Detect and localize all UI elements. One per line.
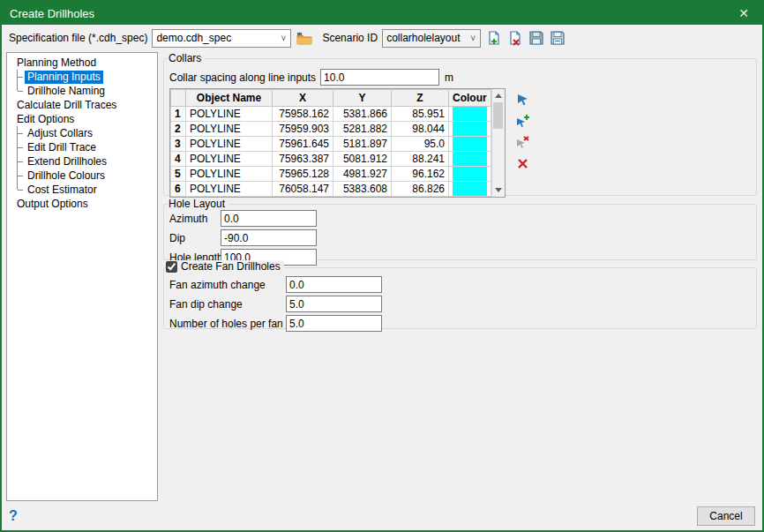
fan-checkbox-row: Create Fan Drillholes xyxy=(166,260,284,273)
y-header[interactable]: Y xyxy=(333,90,392,107)
navigation-tree: Planning Method Planning Inputs Drillhol… xyxy=(6,52,158,501)
colour-swatch[interactable] xyxy=(449,107,491,122)
cancel-button[interactable]: Cancel xyxy=(697,506,755,526)
create-fan-label: Create Fan Drillholes xyxy=(181,260,281,273)
x-header[interactable]: X xyxy=(273,90,333,107)
settings-panel: Collars Collar spacing along line inputs… xyxy=(163,52,757,501)
fan-azimuth-change-label: Fan azimuth change xyxy=(169,279,286,291)
table-row[interactable]: 5 POLYLINE 75965.128 4981.927 96.162 xyxy=(171,167,491,182)
dip-label: Dip xyxy=(169,232,221,244)
collars-group-title: Collars xyxy=(168,52,205,64)
table-tool-buttons xyxy=(516,88,530,198)
tree-item-planning-method[interactable]: Planning Method xyxy=(9,56,155,70)
table-row[interactable]: 4 POLYLINE 75963.387 5081.912 88.241 xyxy=(171,152,491,167)
delete-rows-button[interactable] xyxy=(516,156,530,170)
dip-input[interactable] xyxy=(221,229,317,246)
collars-table[interactable]: Object Name X Y Z Colour 1 POLYLINE 7595… xyxy=(170,89,491,197)
table-row[interactable]: 6 POLYLINE 76058.147 5383.608 86.826 xyxy=(171,182,491,197)
tree-item-extend-drillholes[interactable]: Extend Drillholes xyxy=(9,154,155,169)
delete-scenario-button[interactable] xyxy=(506,30,523,47)
arrow-down-icon xyxy=(495,188,502,192)
tree-item-output-options[interactable]: Output Options xyxy=(9,197,155,211)
hole-layout-group: Hole Layout Azimuth Dip Hole length xyxy=(163,204,757,260)
colour-swatch[interactable] xyxy=(449,122,491,137)
question-mark-icon: ? xyxy=(9,508,18,523)
fan-drillholes-group: Create Fan Drillholes Fan azimuth change… xyxy=(163,267,757,329)
collars-table-area: Object Name X Y Z Colour 1 POLYLINE 7595… xyxy=(169,88,749,198)
colour-swatch[interactable] xyxy=(449,137,491,152)
hole-layout-group-title: Hole Layout xyxy=(168,198,228,210)
collar-spacing-input[interactable] xyxy=(320,69,439,86)
collars-group: Collars Collar spacing along line inputs… xyxy=(163,58,757,196)
tree-item-planning-inputs[interactable]: Planning Inputs xyxy=(9,70,155,84)
chevron-down-icon: ˅ xyxy=(276,34,290,43)
table-row[interactable]: 2 POLYLINE 75959.903 5281.882 98.044 xyxy=(171,122,491,137)
corner-header xyxy=(171,90,186,107)
delete-page-x-icon xyxy=(508,31,522,46)
table-scrollbar[interactable] xyxy=(491,89,505,197)
table-header-row: Object Name X Y Z Colour xyxy=(171,90,491,107)
table-row[interactable]: 3 POLYLINE 75961.645 5181.897 95.0 xyxy=(171,137,491,152)
select-cursor-icon xyxy=(517,94,529,106)
colour-swatch[interactable] xyxy=(449,167,491,182)
save-scenario-as-button[interactable] xyxy=(549,30,566,47)
close-button[interactable]: ✕ xyxy=(725,2,762,25)
colour-swatch[interactable] xyxy=(449,152,491,167)
remove-selection-button[interactable] xyxy=(516,135,530,149)
tree-item-edit-options[interactable]: Edit Options xyxy=(9,112,155,126)
colour-header[interactable]: Colour xyxy=(449,90,491,107)
help-button[interactable]: ? xyxy=(9,508,18,524)
scenario-id-value: collarholelayout xyxy=(386,32,466,44)
folder-icon xyxy=(296,32,312,45)
add-selection-button[interactable] xyxy=(516,114,530,128)
save-as-icon xyxy=(551,31,565,45)
spec-file-combobox[interactable]: demo.cdh_spec ˅ xyxy=(152,29,291,48)
collar-spacing-unit: m xyxy=(445,71,453,84)
scenario-id-label: Scenario ID xyxy=(322,32,378,44)
tree-item-adjust-collars[interactable]: Adjust Collars xyxy=(9,126,155,140)
scroll-up-button[interactable] xyxy=(491,89,505,102)
fan-dip-change-input[interactable] xyxy=(286,296,382,312)
dialog-footer: ? Cancel xyxy=(2,501,762,530)
table-row[interactable]: 1 POLYLINE 75958.162 5381.866 85.951 xyxy=(171,107,491,122)
tree-item-drillhole-colours[interactable]: Drillhole Colours xyxy=(9,169,155,183)
tree-item-calculate-drill-traces[interactable]: Calculate Drill Traces xyxy=(9,98,155,112)
fan-dip-change-label: Fan dip change xyxy=(169,298,286,311)
window-title: Create Drillholes xyxy=(2,7,725,20)
scrollbar-thumb[interactable] xyxy=(493,102,503,129)
open-folder-button[interactable] xyxy=(296,30,312,47)
spec-file-label: Specification file (*.cdh_spec) xyxy=(9,32,147,44)
red-x-icon xyxy=(518,159,528,169)
save-icon xyxy=(529,31,543,45)
azimuth-input[interactable] xyxy=(221,210,317,227)
titlebar: Create Drillholes ✕ xyxy=(2,2,762,25)
new-page-plus-icon xyxy=(487,31,501,46)
object-name-header[interactable]: Object Name xyxy=(186,90,273,107)
spec-file-value: demo.cdh_spec xyxy=(156,32,276,44)
new-scenario-button[interactable] xyxy=(485,30,502,47)
collar-spacing-label: Collar spacing along line inputs xyxy=(169,71,316,84)
z-header[interactable]: Z xyxy=(392,90,449,107)
select-cursor-plus-icon xyxy=(516,115,529,128)
select-cursor-remove-icon xyxy=(516,136,529,149)
create-drillholes-dialog: Create Drillholes ✕ Specification file (… xyxy=(0,0,764,532)
azimuth-label: Azimuth xyxy=(169,213,221,225)
save-scenario-button[interactable] xyxy=(528,30,544,47)
scroll-down-button[interactable] xyxy=(491,184,505,197)
colour-swatch[interactable] xyxy=(449,182,491,197)
select-objects-button[interactable] xyxy=(516,93,530,107)
dialog-body: Planning Method Planning Inputs Drillhol… xyxy=(2,50,762,501)
holes-per-fan-label: Number of holes per fan xyxy=(169,318,286,330)
tree-item-drillhole-naming[interactable]: Drillhole Naming xyxy=(9,84,155,98)
create-fan-checkbox[interactable] xyxy=(166,261,177,273)
holes-per-fan-input[interactable] xyxy=(286,315,382,332)
toolbar: Specification file (*.cdh_spec) demo.cdh… xyxy=(2,25,762,50)
tree-item-edit-drill-trace[interactable]: Edit Drill Trace xyxy=(9,140,155,154)
chevron-down-icon: ˅ xyxy=(466,34,480,43)
tree-item-cost-estimator[interactable]: Cost Estimator xyxy=(9,183,155,197)
close-icon: ✕ xyxy=(738,6,749,20)
scenario-id-combobox[interactable]: collarholelayout ˅ xyxy=(382,29,481,48)
fan-azimuth-change-input[interactable] xyxy=(286,276,382,293)
arrow-up-icon xyxy=(495,94,502,98)
